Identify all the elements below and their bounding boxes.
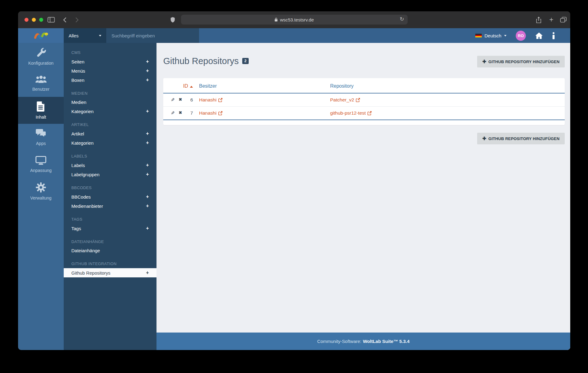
- menu-item-labels[interactable]: Labels+: [64, 161, 156, 170]
- external-link-icon: [368, 111, 372, 115]
- edit-icon[interactable]: ✎: [171, 97, 175, 103]
- add-icon[interactable]: +: [146, 226, 149, 231]
- row-id: 7: [190, 110, 193, 116]
- back-icon[interactable]: [63, 11, 66, 28]
- menu-item-tags[interactable]: Tags+: [64, 224, 156, 233]
- add-icon[interactable]: +: [146, 140, 149, 146]
- add-icon[interactable]: +: [146, 172, 149, 177]
- menu-group-header: MEDIEN: [64, 91, 156, 96]
- menu-item-dateianhaenge[interactable]: Dateianhänge: [64, 246, 156, 255]
- count-badge: 2: [242, 58, 249, 64]
- close-window-button[interactable]: [24, 18, 28, 22]
- add-icon[interactable]: +: [146, 270, 149, 276]
- delete-icon[interactable]: ✖: [179, 110, 182, 116]
- browser-window: wsc53.testsrv.de ↻ + Alles Suchbegriff e…: [18, 11, 570, 350]
- menu-group-header: GITHUB INTEGRATION: [64, 261, 156, 266]
- row-id: 6: [190, 97, 193, 103]
- menu-item-menus[interactable]: Menüs+: [64, 66, 156, 75]
- repository-table-card: ID Besitzer Repository ✎ ✖: [163, 78, 565, 125]
- edit-icon[interactable]: ✎: [171, 110, 175, 116]
- acp-icon-sidebar: Konfiguration Benutzer Inhalt Apps: [18, 43, 64, 350]
- gear-icon: [36, 182, 46, 193]
- info-icon[interactable]: [552, 32, 555, 39]
- woltlab-logo[interactable]: [18, 28, 64, 43]
- menu-item-medienanbieter[interactable]: Medienanbieter+: [64, 201, 156, 211]
- reload-icon[interactable]: ↻: [400, 16, 404, 22]
- sidebar-item-benutzer[interactable]: Benutzer: [18, 70, 64, 97]
- menu-item-medien[interactable]: Medien: [64, 98, 156, 107]
- menu-item-github-repositorys[interactable]: Github Repositorys+: [64, 268, 156, 277]
- add-icon[interactable]: +: [146, 194, 149, 200]
- delete-icon[interactable]: ✖: [179, 97, 182, 103]
- menu-group-header: CMS: [64, 50, 156, 55]
- new-tab-icon[interactable]: +: [549, 11, 553, 28]
- column-header-repository[interactable]: Repository: [330, 78, 565, 93]
- language-select[interactable]: Deutsch: [475, 33, 507, 38]
- url-text: wsc53.testsrv.de: [280, 17, 314, 22]
- comments-icon: [35, 129, 47, 139]
- browser-chrome: wsc53.testsrv.de ↻ +: [18, 11, 570, 28]
- external-link-icon: [356, 98, 360, 102]
- lock-icon: [274, 17, 278, 22]
- address-bar[interactable]: wsc53.testsrv.de ↻: [181, 15, 408, 25]
- menu-item-artikel-kategorien[interactable]: Kategorien+: [64, 138, 156, 147]
- maximize-window-button[interactable]: [39, 18, 43, 22]
- sidebar-item-konfiguration[interactable]: Konfiguration: [18, 43, 64, 70]
- menu-item-boxen[interactable]: Boxen+: [64, 75, 156, 85]
- add-icon[interactable]: +: [146, 108, 149, 114]
- menu-item-artikel[interactable]: Artikel+: [64, 129, 156, 138]
- home-icon[interactable]: [535, 32, 543, 39]
- sidebar-toggle-icon[interactable]: [47, 11, 55, 28]
- add-icon[interactable]: +: [146, 77, 149, 83]
- search-input[interactable]: Suchbegriff eingeben: [106, 28, 199, 43]
- wrench-icon: [36, 47, 46, 59]
- column-header-besitzer[interactable]: Besitzer: [193, 78, 330, 93]
- chevron-down-icon: [99, 35, 101, 36]
- menu-group-header: DATEIANHÄNGE: [64, 239, 156, 244]
- repository-link[interactable]: github-psr12-test: [330, 110, 372, 116]
- user-avatar[interactable]: RO: [516, 31, 526, 41]
- monitor-icon: [35, 156, 47, 166]
- menu-item-bbcodes[interactable]: BBCodes+: [64, 192, 156, 201]
- file-icon: [37, 101, 45, 112]
- table-row: ✎ ✖ 6 Hanashi: [163, 93, 565, 107]
- main-content: Github Repositorys2 ✚ GITHUB REPOSITORY …: [156, 43, 570, 350]
- sidebar-item-apps[interactable]: Apps: [18, 124, 64, 151]
- sidebar-item-inhalt[interactable]: Inhalt: [18, 97, 64, 124]
- privacy-shield-icon[interactable]: [170, 11, 175, 28]
- menu-group-header: TAGS: [64, 217, 156, 222]
- add-icon[interactable]: +: [146, 59, 149, 64]
- tab-overview-icon[interactable]: [560, 11, 567, 28]
- minimize-window-button[interactable]: [32, 18, 36, 22]
- external-link-icon: [218, 98, 223, 102]
- acp-menu: CMS Seiten+ Menüs+ Boxen+ MEDIEN Medien …: [64, 43, 156, 350]
- menu-item-medien-kategorien[interactable]: Kategorien+: [64, 107, 156, 116]
- forward-icon[interactable]: [75, 11, 79, 28]
- repository-link[interactable]: Patcher_v2: [330, 97, 360, 103]
- owner-link[interactable]: Hanashi: [199, 110, 223, 116]
- acp-topbar: Alles Suchbegriff eingeben Deutsch RO: [18, 28, 570, 43]
- chevron-down-icon: [504, 35, 507, 36]
- repository-table: ID Besitzer Repository ✎ ✖: [163, 78, 565, 120]
- german-flag-icon: [475, 34, 482, 38]
- menu-item-labelgruppen[interactable]: Labelgruppen+: [64, 170, 156, 179]
- add-icon[interactable]: +: [146, 162, 149, 168]
- table-row: ✎ ✖ 7 Hanashi: [163, 107, 565, 120]
- add-icon[interactable]: +: [146, 68, 149, 74]
- sidebar-item-anpassung[interactable]: Anpassung: [18, 151, 64, 178]
- add-icon[interactable]: +: [146, 131, 149, 136]
- external-link-icon: [218, 111, 223, 115]
- sort-asc-icon: [190, 86, 193, 88]
- add-icon[interactable]: +: [146, 203, 149, 209]
- column-header-id[interactable]: ID: [163, 78, 193, 93]
- menu-group-header: LABELS: [64, 154, 156, 158]
- add-repository-button-top[interactable]: ✚ GITHUB REPOSITORY HINZUFÜGEN: [477, 56, 565, 67]
- menu-item-seiten[interactable]: Seiten+: [64, 57, 156, 66]
- add-repository-button-bottom[interactable]: ✚ GITHUB REPOSITORY HINZUFÜGEN: [477, 133, 565, 144]
- sidebar-item-verwaltung[interactable]: Verwaltung: [18, 178, 64, 205]
- product-version: WoltLab Suite™ 5.3.4: [363, 339, 409, 344]
- share-icon[interactable]: [536, 11, 541, 28]
- search-scope-select[interactable]: Alles: [64, 28, 106, 43]
- page-title: Github Repositorys2: [163, 56, 249, 66]
- owner-link[interactable]: Hanashi: [199, 97, 223, 103]
